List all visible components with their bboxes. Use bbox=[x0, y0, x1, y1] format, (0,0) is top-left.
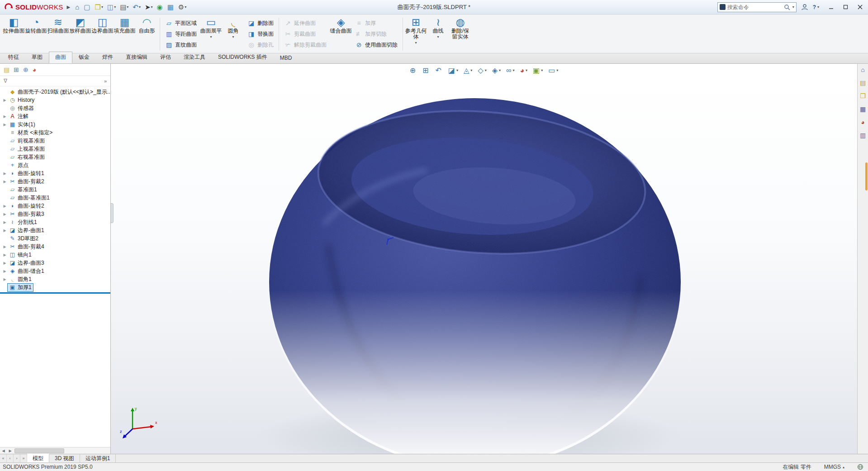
undo-icon[interactable]: ↶ ▾ bbox=[131, 3, 142, 12]
displaymanager-tab-icon[interactable]: ◕ bbox=[33, 66, 36, 73]
ribbon-tab[interactable]: 焊件 bbox=[96, 52, 119, 63]
new-document-icon[interactable]: ▢ bbox=[82, 3, 92, 12]
expand-arrow-icon[interactable]: ▶ bbox=[2, 253, 8, 257]
tree-item[interactable]: ▱ 上视基准面 bbox=[0, 145, 110, 153]
ribbon-tab[interactable]: 曲面 bbox=[49, 52, 72, 63]
ribbon-large-button[interactable]: ◠ 自由形 bbox=[136, 15, 158, 53]
ribbon-small-button[interactable]: ≡ 加厚 bbox=[352, 18, 401, 29]
ribbon-tab[interactable]: 草图 bbox=[25, 52, 49, 63]
tree-item[interactable]: ▶ ✂ 曲面-剪裁2 bbox=[0, 177, 110, 186]
ribbon-large-button[interactable]: ≀ 曲线 ▾ bbox=[427, 15, 449, 53]
annotation-views-icon[interactable]: ◬ ▾ bbox=[464, 66, 472, 75]
ribbon-large-button[interactable]: ◍ 删除/保留实体 bbox=[449, 15, 471, 53]
model-tab[interactable]: 运动算例1 bbox=[80, 454, 116, 462]
graphics-area[interactable]: ⊕ ⊞ ↶ ◪ ▾ ◬ bbox=[111, 64, 857, 454]
ribbon-large-button[interactable]: ◔ 旋转曲面 bbox=[25, 15, 47, 53]
tree-item[interactable]: ▶ ◪ 边界-曲面1 bbox=[0, 226, 110, 234]
tree-item[interactable]: ▶ A 注解 bbox=[0, 112, 110, 120]
tree-item[interactable]: ▶ ◗ 曲面-旋转1 bbox=[0, 169, 110, 177]
tree-item[interactable]: ▶ ◷ History bbox=[0, 96, 110, 104]
tree-item[interactable]: ▶ ◟ 圆角1 bbox=[0, 275, 110, 283]
ribbon-tab[interactable]: SOLIDWORKS 插件 bbox=[212, 52, 274, 63]
panel-splitter-handle[interactable] bbox=[111, 203, 114, 223]
propertymanager-tab-icon[interactable]: ⊞ bbox=[14, 66, 19, 73]
hide-show-items-icon[interactable]: ∞ ▾ bbox=[506, 67, 514, 75]
prev-tab-icon[interactable]: ‹ bbox=[7, 454, 14, 462]
tree-item[interactable]: ▶ ≀ 分割线1 bbox=[0, 218, 110, 226]
tree-item[interactable]: ▶ ◫ 镜向1 bbox=[0, 251, 110, 259]
scroll-thumb[interactable] bbox=[14, 448, 64, 453]
ribbon-small-button[interactable]: ▥ 等距曲面 bbox=[162, 29, 200, 39]
ribbon-large-button[interactable]: ◩ 放样曲面 bbox=[69, 15, 91, 53]
ribbon-small-button[interactable]: ▱ 平面区域 bbox=[162, 18, 200, 29]
rebuild-icon[interactable]: ◉ bbox=[156, 3, 165, 12]
custom-properties-icon[interactable]: ▥ bbox=[860, 132, 866, 139]
expand-arrow-icon[interactable]: ▶ bbox=[2, 123, 8, 127]
tree-item[interactable]: ✎ 3D草图2 bbox=[0, 234, 110, 243]
expand-arrow-icon[interactable]: ▶ bbox=[2, 269, 8, 273]
options-gear-icon[interactable]: ⚙ ▾ bbox=[177, 3, 188, 12]
expand-arrow-icon[interactable]: ▶ bbox=[2, 204, 8, 208]
tree-item[interactable]: ◎ 传感器 bbox=[0, 104, 110, 112]
ribbon-tab[interactable]: 渲染工具 bbox=[177, 52, 212, 63]
open-icon[interactable]: ❒ ▾ bbox=[93, 3, 104, 12]
ribbon-small-button[interactable]: ◪ 删除面 bbox=[244, 18, 277, 29]
expand-arrow-icon[interactable]: ▶ bbox=[2, 212, 8, 216]
expand-arrow-icon[interactable]: ▶ bbox=[2, 220, 8, 224]
expand-arrow-icon[interactable]: ▶ bbox=[2, 228, 8, 233]
tree-item[interactable]: ▶ ✂ 曲面-剪裁3 bbox=[0, 210, 110, 218]
ribbon-small-button[interactable]: ⊘ 使用曲面切除 bbox=[352, 39, 401, 50]
scroll-right-icon[interactable]: ▶ bbox=[7, 449, 14, 453]
expand-arrow-icon[interactable]: ▶ bbox=[2, 114, 8, 119]
last-tab-icon[interactable]: » bbox=[20, 454, 27, 462]
expand-arrow-icon[interactable]: ▶ bbox=[2, 245, 8, 249]
model-tab[interactable]: 模型 bbox=[27, 454, 49, 462]
tree-item[interactable]: ▶ ◈ 曲面-缝合1 bbox=[0, 267, 110, 275]
ribbon-tab[interactable]: 钣金 bbox=[72, 52, 96, 63]
ribbon-small-button[interactable]: ▨ 直纹曲面 bbox=[162, 39, 200, 50]
ribbon-large-button[interactable]: ⊞ 参考几何体 ▾ bbox=[405, 15, 427, 53]
scroll-left-icon[interactable]: ◀ bbox=[0, 449, 7, 453]
ribbon-large-button[interactable]: ◧ 拉伸曲面 bbox=[3, 15, 25, 53]
section-view-icon[interactable]: ◪ ▾ bbox=[448, 66, 458, 75]
help-menu[interactable]: ? ▾ bbox=[813, 4, 819, 10]
print-icon[interactable]: ▤ ▾ bbox=[119, 3, 130, 12]
tree-item[interactable]: ▱ 曲面-基准面1 bbox=[0, 194, 110, 202]
save-icon[interactable]: ◫ ▾ bbox=[106, 3, 117, 12]
zoom-area-icon[interactable]: ⊞ bbox=[422, 66, 430, 75]
view-palette-icon[interactable]: ▦ bbox=[860, 105, 866, 113]
tree-horizontal-scrollbar[interactable]: ◀ ▶ bbox=[0, 447, 110, 454]
search-input[interactable] bbox=[727, 4, 782, 10]
rollback-bar[interactable] bbox=[0, 292, 110, 294]
view-orientation-icon[interactable]: ◇ ▾ bbox=[478, 66, 486, 75]
zoom-fit-icon[interactable]: ⊕ bbox=[410, 66, 417, 75]
panel-flyout-icon[interactable]: » bbox=[104, 78, 107, 84]
tree-item[interactable]: ▱ 右视基准面 bbox=[0, 153, 110, 161]
expand-arrow-icon[interactable]: ▶ bbox=[2, 171, 8, 176]
task-home-icon[interactable]: ⌂ bbox=[861, 66, 864, 73]
design-library-icon[interactable]: ▤ bbox=[860, 79, 866, 86]
tree-item[interactable]: ≡ 材质 <未指定> bbox=[0, 128, 110, 137]
previous-view-icon[interactable]: ↶ bbox=[435, 66, 442, 75]
search-icon[interactable] bbox=[784, 4, 790, 10]
ribbon-large-button[interactable]: ▦ 填充曲面 bbox=[114, 15, 136, 53]
tree-item[interactable]: ▱ 前视基准面 bbox=[0, 137, 110, 145]
display-style-icon[interactable]: ◈ ▾ bbox=[492, 66, 501, 75]
tree-item[interactable]: ◆ 曲面壳子-2019版 (默认<<默认>_显示... bbox=[0, 88, 110, 96]
ribbon-tab[interactable]: 评估 bbox=[154, 52, 177, 63]
first-tab-icon[interactable]: « bbox=[0, 454, 7, 462]
ribbon-large-button[interactable]: ≋ 扫描曲面 bbox=[47, 15, 69, 53]
home-icon[interactable]: ⌂ bbox=[74, 3, 81, 12]
apply-scene-icon[interactable]: ▣ ▾ bbox=[533, 66, 543, 75]
tree-item[interactable]: ▱ 基准面1 bbox=[0, 186, 110, 194]
ribbon-tab[interactable]: 直接编辑 bbox=[119, 52, 154, 63]
file-properties-icon[interactable]: ▦ bbox=[166, 3, 175, 12]
file-explorer-icon[interactable]: ❒ bbox=[860, 92, 866, 100]
filter-icon[interactable]: ∇ bbox=[4, 78, 7, 84]
ribbon-tab[interactable]: 特征 bbox=[2, 52, 25, 63]
ribbon-tab[interactable]: MBD bbox=[274, 53, 299, 63]
tree-item[interactable]: ▶ ◗ 曲面-旋转2 bbox=[0, 202, 110, 210]
minimize-button[interactable] bbox=[824, 0, 838, 14]
command-search[interactable]: ▾ bbox=[717, 2, 797, 12]
expand-arrow-icon[interactable]: ▶ bbox=[2, 98, 8, 102]
